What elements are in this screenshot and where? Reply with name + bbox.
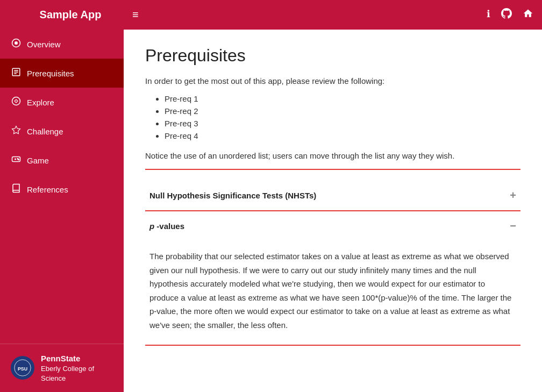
svg-point-1 bbox=[15, 41, 18, 45]
references-icon bbox=[11, 183, 22, 195]
list-item: Pre-req 1 bbox=[165, 94, 520, 103]
sidebar-item-challenge[interactable]: Challenge bbox=[0, 117, 124, 146]
sidebar-item-references[interactable]: References bbox=[0, 175, 124, 204]
sidebar-item-prerequisites[interactable]: Prerequisites bbox=[0, 59, 124, 88]
notice-text: Notice the use of an unordered list; use… bbox=[145, 151, 520, 170]
sidebar-item-challenge-label: Challenge bbox=[27, 127, 63, 136]
content-area: Prerequisites In order to get the most o… bbox=[124, 30, 542, 392]
topbar-icons: ℹ bbox=[487, 8, 533, 22]
sidebar-item-overview[interactable]: Overview bbox=[0, 30, 124, 59]
game-icon bbox=[11, 154, 22, 166]
challenge-icon bbox=[11, 125, 22, 137]
main-layout: Overview Prerequisites Explore Challenge bbox=[0, 30, 542, 392]
p-italic: p bbox=[149, 222, 154, 231]
accordion-nhst-title: Null Hypothesis Significance Tests (NHST… bbox=[149, 191, 316, 200]
sidebar-footer: PSU PennState Eberly College of Science bbox=[0, 344, 124, 392]
sidebar-item-explore-label: Explore bbox=[27, 98, 54, 107]
svg-point-11 bbox=[18, 159, 19, 160]
svg-point-6 bbox=[12, 97, 20, 105]
sidebar-item-game[interactable]: Game bbox=[0, 146, 124, 175]
svg-text:PSU: PSU bbox=[18, 366, 27, 372]
accordion-nhst: Null Hypothesis Significance Tests (NHST… bbox=[145, 181, 520, 211]
accordion-nhst-toggle[interactable]: + bbox=[510, 189, 516, 202]
page-title: Prerequisites bbox=[145, 46, 520, 66]
app-title: Sample App bbox=[9, 9, 132, 21]
sidebar-item-explore[interactable]: Explore bbox=[0, 88, 124, 117]
sidebar-item-prerequisites-label: Prerequisites bbox=[27, 69, 74, 78]
github-icon[interactable] bbox=[501, 8, 512, 22]
list-item: Pre-req 4 bbox=[165, 131, 520, 140]
prerequisites-icon bbox=[11, 67, 22, 79]
psu-logo: PSU bbox=[11, 356, 34, 380]
topbar: Sample App ≡ ℹ bbox=[0, 0, 542, 30]
sidebar-item-game-label: Game bbox=[27, 156, 49, 165]
explore-icon bbox=[11, 96, 22, 108]
list-item: Pre-req 2 bbox=[165, 106, 520, 116]
accordion-pvalues-toggle[interactable]: − bbox=[510, 220, 516, 232]
overview-icon bbox=[11, 38, 22, 50]
list-item: Pre-req 3 bbox=[165, 119, 520, 128]
sidebar-item-references-label: References bbox=[27, 185, 68, 194]
accordion-pvalues-body: The probability that our selected estima… bbox=[145, 241, 520, 345]
intro-text: In order to get the most out of this app… bbox=[145, 76, 520, 85]
pvalues-label-text: -values bbox=[156, 222, 184, 231]
home-icon[interactable] bbox=[523, 8, 533, 22]
accordion-nhst-header[interactable]: Null Hypothesis Significance Tests (NHST… bbox=[145, 181, 520, 210]
prereq-list: Pre-req 1 Pre-req 2 Pre-req 3 Pre-req 4 bbox=[145, 94, 520, 140]
sidebar-item-overview-label: Overview bbox=[27, 40, 61, 49]
info-icon[interactable]: ℹ bbox=[487, 8, 490, 22]
sidebar: Overview Prerequisites Explore Challenge bbox=[0, 30, 124, 392]
psu-text: PennState Eberly College of Science bbox=[41, 353, 113, 383]
accordion-pvalues-header[interactable]: p -values − bbox=[145, 211, 520, 241]
accordion-pvalues-title: p -values bbox=[149, 222, 184, 231]
sidebar-nav: Overview Prerequisites Explore Challenge bbox=[0, 30, 124, 344]
accordion-pvalues: p -values − The probability that our sel… bbox=[145, 211, 520, 346]
pvalues-description: The probability that our selected estima… bbox=[149, 250, 516, 332]
menu-icon[interactable]: ≡ bbox=[132, 9, 139, 21]
